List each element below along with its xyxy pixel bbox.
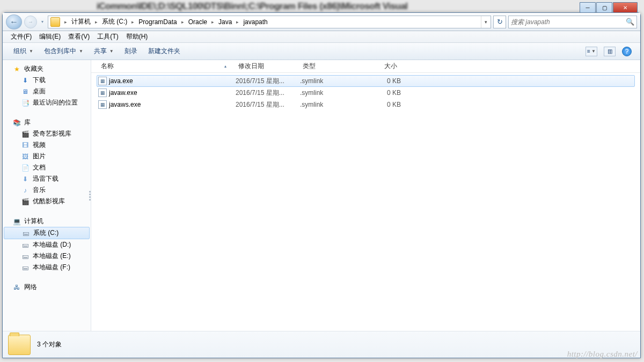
file-name: javaw.exe bbox=[109, 89, 236, 97]
navigation-bar: ← → ▾ ▸ 计算机 ▸ 系统 (C:) ▸ ProgramData ▸ Or… bbox=[3, 13, 640, 31]
menu-tools[interactable]: 工具(T) bbox=[93, 32, 122, 41]
sidebar-item-iqiyi[interactable]: 🎬爱奇艺影视库 bbox=[3, 128, 91, 139]
sidebar-item-youku[interactable]: 🎬优酷影视库 bbox=[3, 196, 91, 207]
menu-file[interactable]: 文件(F) bbox=[7, 32, 35, 41]
file-date: 2016/7/15 星期... bbox=[236, 100, 300, 109]
computer-header[interactable]: 💻计算机 bbox=[3, 216, 91, 227]
chevron-right-icon[interactable]: ▸ bbox=[62, 19, 69, 25]
close-button[interactable]: ✕ bbox=[613, 2, 638, 13]
file-list[interactable]: ▦ java.exe 2016/7/15 星期... .symlink 0 KB… bbox=[91, 73, 640, 331]
share-button[interactable]: 共享▼ bbox=[89, 47, 119, 56]
chevron-right-icon[interactable]: ▸ bbox=[129, 19, 136, 25]
organize-button[interactable]: 组织▼ bbox=[8, 47, 39, 56]
search-icon[interactable]: 🔍 bbox=[626, 18, 634, 26]
breadcrumb[interactable]: Oracle bbox=[186, 16, 209, 28]
sidebar-item-label: 本地磁盘 (F:) bbox=[33, 263, 70, 272]
splitter-grip-icon[interactable] bbox=[89, 185, 91, 206]
picture-icon: 🖼 bbox=[21, 152, 30, 161]
column-header-size[interactable]: 大小 bbox=[363, 62, 400, 71]
chevron-down-icon: ▼ bbox=[109, 49, 114, 54]
sidebar-item-drive-c[interactable]: 🖴系统 (C:) bbox=[4, 227, 90, 239]
file-date: 2016/7/15 星期... bbox=[236, 77, 300, 86]
menu-bar: 文件(F) 编辑(E) 查看(V) 工具(T) 帮助(H) bbox=[3, 31, 640, 43]
file-row[interactable]: ▦ java.exe 2016/7/15 星期... .symlink 0 KB bbox=[97, 75, 635, 87]
video-library-icon: 🎬 bbox=[21, 130, 30, 138]
forward-button[interactable]: → bbox=[24, 16, 37, 28]
search-box[interactable]: 🔍 bbox=[508, 16, 637, 28]
minimize-button[interactable]: ─ bbox=[580, 2, 596, 13]
sidebar-item-label: 本地磁盘 (D:) bbox=[33, 240, 71, 249]
library-icon: 📚 bbox=[12, 119, 21, 127]
breadcrumb[interactable]: ProgramData bbox=[136, 16, 179, 28]
status-bar: 3 个对象 bbox=[3, 331, 640, 358]
sidebar-item-videos[interactable]: 🎞视频 bbox=[3, 139, 91, 151]
sidebar-item-label: 爱奇艺影视库 bbox=[33, 129, 71, 138]
menu-view[interactable]: 查看(V) bbox=[64, 32, 93, 41]
view-options-button[interactable]: ≡▼ bbox=[586, 47, 597, 56]
exe-file-icon: ▦ bbox=[98, 100, 107, 109]
chevron-right-icon[interactable]: ▸ bbox=[179, 19, 186, 25]
file-type: .symlink bbox=[300, 77, 363, 85]
sidebar-item-pictures[interactable]: 🖼图片 bbox=[3, 151, 91, 162]
chevron-down-icon: ▼ bbox=[79, 49, 83, 54]
back-button[interactable]: ← bbox=[6, 14, 22, 29]
chevron-right-icon[interactable]: ▸ bbox=[234, 19, 241, 25]
navigation-pane[interactable]: ★ 收藏夹 ⬇下载 🖥桌面 📑最近访问的位置 📚库 🎬爱奇艺影视库 🎞视频 🖼图… bbox=[3, 60, 91, 331]
sidebar-item-drive-d[interactable]: 🖴本地磁盘 (D:) bbox=[3, 239, 91, 250]
refresh-button[interactable]: ↻ bbox=[493, 16, 506, 28]
file-row[interactable]: ▦ javaw.exe 2016/7/15 星期... .symlink 0 K… bbox=[97, 87, 635, 99]
menu-edit[interactable]: 编辑(E) bbox=[35, 32, 64, 41]
network-header[interactable]: 🖧网络 bbox=[3, 282, 91, 293]
sidebar-item-label: 系统 (C:) bbox=[33, 228, 58, 238]
column-header-date[interactable]: 修改日期 bbox=[235, 62, 299, 71]
watermark-text: http://blog.csdn.net/ bbox=[567, 350, 638, 359]
sidebar-item-label: 本地磁盘 (E:) bbox=[33, 252, 71, 261]
column-header-type[interactable]: 类型 bbox=[299, 62, 363, 71]
address-bar[interactable]: ▸ 计算机 ▸ 系统 (C:) ▸ ProgramData ▸ Oracle ▸… bbox=[48, 16, 491, 28]
status-text: 3 个对象 bbox=[37, 340, 62, 349]
sidebar-item-recent[interactable]: 📑最近访问的位置 bbox=[3, 97, 91, 108]
breadcrumb[interactable]: 计算机 bbox=[69, 16, 93, 28]
breadcrumb[interactable]: javapath bbox=[241, 16, 269, 28]
favorites-header[interactable]: ★ 收藏夹 bbox=[3, 63, 91, 75]
breadcrumb[interactable]: Java bbox=[216, 16, 234, 28]
sidebar-item-label: 优酷影视库 bbox=[33, 197, 65, 206]
chevron-right-icon[interactable]: ▸ bbox=[93, 19, 100, 25]
column-header-name[interactable]: 名称▴ bbox=[98, 62, 235, 71]
column-headers: 名称▴ 修改日期 类型 大小 bbox=[91, 60, 640, 73]
burn-button[interactable]: 刻录 bbox=[119, 47, 143, 56]
sidebar-item-downloads[interactable]: ⬇下载 bbox=[3, 75, 91, 86]
chevron-down-icon: ▼ bbox=[29, 49, 33, 54]
computer-label: 计算机 bbox=[24, 217, 43, 226]
sort-ascending-icon: ▴ bbox=[224, 64, 226, 69]
preview-pane-button[interactable]: ▥ bbox=[604, 47, 616, 56]
include-in-library-button[interactable]: 包含到库中▼ bbox=[39, 47, 89, 56]
sidebar-item-drive-f[interactable]: 🖴本地磁盘 (F:) bbox=[3, 262, 91, 273]
sidebar-item-label: 桌面 bbox=[33, 87, 46, 96]
search-input[interactable] bbox=[511, 18, 626, 26]
file-row[interactable]: ▦ javaws.exe 2016/7/15 星期... .symlink 0 … bbox=[97, 99, 635, 110]
new-folder-button[interactable]: 新建文件夹 bbox=[143, 47, 186, 56]
computer-icon: 💻 bbox=[12, 217, 21, 226]
sidebar-item-xunlei[interactable]: ⬇迅雷下载 bbox=[3, 173, 91, 184]
history-dropdown-icon[interactable]: ▾ bbox=[39, 16, 46, 28]
libraries-header[interactable]: 📚库 bbox=[3, 117, 91, 128]
network-icon: 🖧 bbox=[12, 283, 21, 292]
file-name: javaws.exe bbox=[109, 101, 236, 108]
sidebar-item-documents[interactable]: 📄文档 bbox=[3, 162, 91, 173]
recent-icon: 📑 bbox=[21, 99, 30, 107]
file-type: .symlink bbox=[300, 101, 363, 108]
sidebar-item-drive-e[interactable]: 🖴本地磁盘 (E:) bbox=[3, 250, 91, 262]
maximize-button[interactable]: ▢ bbox=[596, 2, 612, 13]
sidebar-item-music[interactable]: ♪音乐 bbox=[3, 184, 91, 196]
file-type: .symlink bbox=[300, 89, 363, 97]
chevron-right-icon[interactable]: ▸ bbox=[209, 19, 216, 25]
sidebar-item-label: 迅雷下载 bbox=[33, 174, 58, 183]
breadcrumb[interactable]: 系统 (C:) bbox=[100, 16, 129, 28]
sidebar-item-desktop[interactable]: 🖥桌面 bbox=[3, 86, 91, 97]
menu-help[interactable]: 帮助(H) bbox=[122, 32, 152, 41]
address-dropdown-icon[interactable]: ▾ bbox=[481, 16, 491, 28]
drive-icon: 🖴 bbox=[21, 263, 30, 272]
help-icon[interactable]: ? bbox=[622, 47, 632, 56]
window-controls: ─ ▢ ✕ bbox=[579, 2, 638, 13]
